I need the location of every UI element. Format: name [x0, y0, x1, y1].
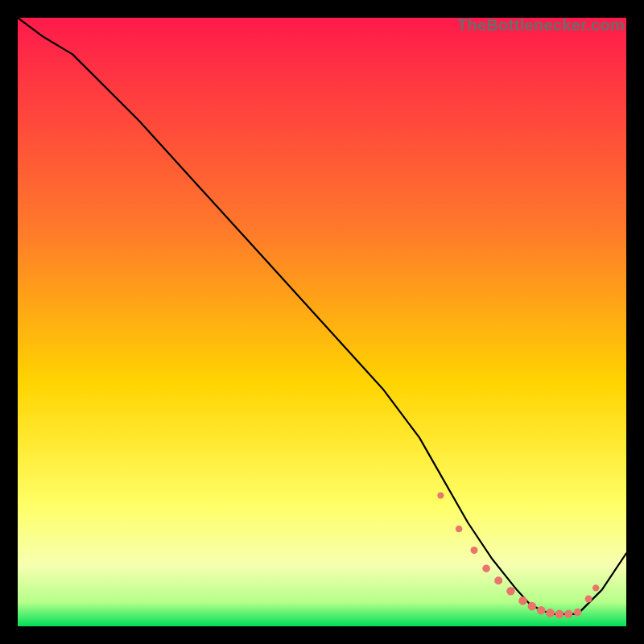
marker-dot	[537, 606, 546, 615]
marker-dot	[585, 596, 592, 603]
chart-frame: TheBottlenecker.com	[18, 18, 626, 626]
marker-dot	[494, 576, 502, 584]
marker-dot	[437, 493, 444, 499]
marker-dot	[546, 609, 555, 617]
marker-dot	[574, 609, 582, 617]
marker-dot	[592, 584, 599, 591]
marker-dot	[471, 547, 478, 554]
marker-dot	[528, 602, 537, 611]
marker-dot	[555, 610, 564, 619]
chart-svg	[18, 18, 626, 626]
marker-dot	[564, 610, 572, 618]
marker-dot	[482, 564, 490, 572]
marker-dot	[456, 526, 463, 533]
marker-dot	[506, 587, 514, 595]
marker-dot	[518, 597, 527, 605]
